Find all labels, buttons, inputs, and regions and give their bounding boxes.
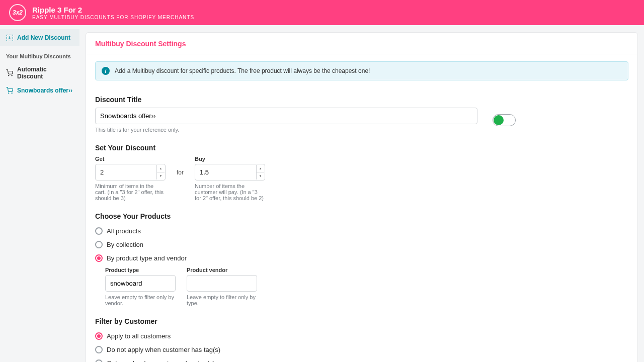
sidebar: Add New Discount Your Multibuy Discounts… bbox=[0, 25, 79, 362]
add-dashed-icon bbox=[6, 34, 13, 41]
svg-point-3 bbox=[12, 93, 12, 94]
app-header: 3x2 Ripple 3 For 2 EASY MULTIBUY DISCOUN… bbox=[0, 0, 644, 25]
radio-label: By product type and vendor bbox=[107, 254, 187, 262]
filter-customer-heading: Filter by Customer bbox=[95, 317, 628, 325]
sidebar-item-label: Automatic Discount bbox=[17, 66, 73, 80]
set-discount-heading: Set Your Discount bbox=[95, 144, 628, 152]
sidebar-item-snowboards[interactable]: Snowboards offer›› bbox=[0, 83, 79, 98]
app-title: Ripple 3 For 2 bbox=[32, 6, 194, 14]
product-vendor-input[interactable] bbox=[187, 275, 257, 292]
product-vendor-label: Product vendor bbox=[187, 267, 257, 273]
app-logo: 3x2 bbox=[9, 4, 26, 21]
cart-icon bbox=[6, 87, 13, 94]
add-new-label: Add New Discount bbox=[17, 34, 70, 41]
discount-title-heading: Discount Title bbox=[95, 96, 628, 104]
info-banner: i Add a Multibuy discount for specific p… bbox=[95, 61, 628, 80]
info-icon: i bbox=[102, 67, 110, 75]
product-type-label: Product type bbox=[105, 267, 176, 273]
buy-step-down[interactable]: ▼ bbox=[256, 172, 264, 179]
radio-label: Apply to all customers bbox=[107, 332, 171, 340]
get-input[interactable] bbox=[95, 164, 166, 180]
banner-text: Add a Multibuy discount for specific pro… bbox=[115, 67, 370, 74]
main-content: Multibuy Discount Settings i Add a Multi… bbox=[79, 25, 644, 362]
choose-products-heading: Choose Your Products bbox=[95, 212, 628, 220]
radio-customer-not-tag[interactable]: Do not apply when customer has tag(s) bbox=[95, 343, 628, 356]
radio-label: Only apply when customer has tag(s) bbox=[107, 359, 215, 362]
product-type-hint: Leave empty to filter only by vendor. bbox=[105, 294, 176, 306]
for-label: for bbox=[177, 156, 184, 176]
radio-all-products[interactable]: All products bbox=[95, 224, 628, 238]
sidebar-section-title: Your Multibuy Discounts bbox=[0, 46, 79, 62]
sidebar-item-automatic[interactable]: Automatic Discount bbox=[0, 62, 79, 83]
radio-by-collection[interactable]: By collection bbox=[95, 238, 628, 251]
settings-card: Multibuy Discount Settings i Add a Multi… bbox=[86, 32, 638, 362]
get-step-up[interactable]: ▲ bbox=[156, 165, 165, 172]
buy-label: Buy bbox=[195, 156, 265, 162]
page-title: Multibuy Discount Settings bbox=[86, 33, 637, 54]
cart-icon bbox=[6, 69, 13, 76]
sidebar-item-label: Snowboards offer›› bbox=[17, 87, 72, 94]
buy-step-up[interactable]: ▲ bbox=[256, 165, 264, 172]
get-hint: Minimum of items in the cart. (In a "3 f… bbox=[95, 183, 166, 201]
discount-title-hint: This title is for your reference only. bbox=[95, 127, 477, 133]
buy-hint: Number of items the customer will pay. (… bbox=[195, 183, 265, 201]
product-type-input[interactable] bbox=[105, 275, 176, 292]
svg-point-2 bbox=[9, 93, 9, 94]
svg-point-1 bbox=[12, 75, 12, 76]
add-new-discount-button[interactable]: Add New Discount bbox=[0, 29, 79, 46]
radio-label: All products bbox=[107, 227, 141, 235]
radio-label: By collection bbox=[107, 241, 143, 248]
product-vendor-hint: Leave empty to filter only by type. bbox=[187, 294, 257, 306]
get-label: Get bbox=[95, 156, 166, 162]
radio-customer-only-tag[interactable]: Only apply when customer has tag(s) bbox=[95, 356, 628, 362]
radio-customer-all[interactable]: Apply to all customers bbox=[95, 329, 628, 343]
get-step-down[interactable]: ▼ bbox=[156, 172, 165, 179]
svg-point-0 bbox=[9, 75, 9, 76]
radio-by-type-vendor[interactable]: By product type and vendor bbox=[95, 251, 628, 265]
app-subtitle: EASY MULTIBUY DISCOUNTS FOR SHOPIFY MERC… bbox=[32, 15, 194, 20]
discount-enabled-toggle[interactable] bbox=[493, 114, 516, 126]
radio-label: Do not apply when customer has tag(s) bbox=[107, 346, 220, 353]
buy-input[interactable] bbox=[195, 164, 265, 180]
discount-title-input[interactable] bbox=[95, 108, 477, 124]
